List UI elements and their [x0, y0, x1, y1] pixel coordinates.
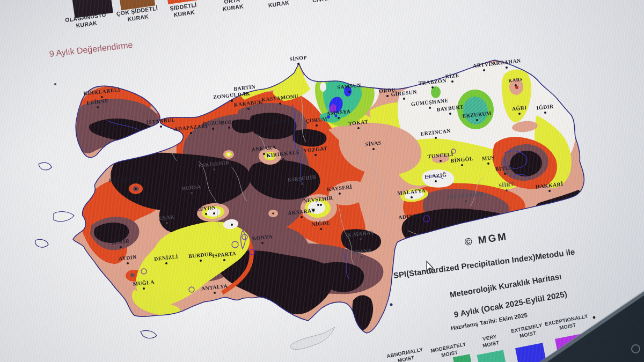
city-dot: [411, 196, 413, 198]
city-dot: [190, 132, 192, 134]
city-dot: [431, 86, 434, 88]
legend-swatch: [477, 350, 507, 362]
city-dot: [301, 183, 303, 185]
city-dot: [483, 69, 485, 71]
city-dot: [504, 173, 506, 175]
city-dot: [435, 180, 437, 182]
city-dot: [212, 128, 214, 130]
city-dot: [160, 125, 162, 128]
city-dot: [386, 95, 389, 97]
city-dot: [213, 168, 215, 171]
city-dot: [413, 220, 415, 223]
city-dot: [223, 259, 225, 261]
city-dot: [244, 92, 246, 94]
city-dot: [476, 119, 478, 121]
legend-swatch: [515, 343, 546, 362]
city-dot: [357, 127, 360, 129]
city-dot: [487, 162, 489, 165]
city-dot: [429, 107, 431, 109]
city-dot: [124, 183, 126, 186]
city-dot: [316, 124, 318, 127]
stray-dot: [54, 83, 56, 85]
city-dot: [435, 137, 437, 139]
city-dot: [515, 84, 517, 86]
city-dot: [247, 108, 250, 110]
city-dot: [143, 287, 145, 290]
city-dot: [261, 242, 264, 244]
city-dot: [279, 102, 281, 105]
turkey-drought-map: KIRKLARELİEDİRNEİSTANBULADAPAZARIDÜZCEBO…: [0, 0, 644, 362]
city-dot: [200, 260, 202, 262]
city-dot: [231, 100, 233, 102]
city-dot: [228, 127, 230, 129]
city-dot: [451, 80, 453, 83]
city-dot: [120, 246, 122, 248]
city-dot: [440, 160, 442, 162]
city-dot: [506, 67, 508, 69]
city-dot: [403, 98, 405, 100]
city-dot: [348, 91, 350, 93]
city-dot: [301, 216, 303, 218]
city-dot: [165, 262, 167, 264]
city-dot: [506, 189, 508, 191]
city-dot: [127, 262, 129, 264]
city-dot: [97, 106, 99, 108]
city-dot: [361, 256, 363, 258]
legend-label: KURAK: [268, 0, 290, 9]
city-dot: [314, 154, 317, 156]
city-dot: [518, 113, 521, 115]
screen-photo: 9 Aylık Değerlendirme: [0, 0, 644, 362]
legend-label: CİVARI: [312, 0, 332, 4]
city-dot: [205, 213, 207, 215]
browser-page: 9 Aylık Değerlendirme: [0, 0, 644, 362]
city-dot: [166, 222, 168, 224]
city-dot: [282, 158, 284, 160]
city-dot: [214, 292, 216, 294]
city-dot: [372, 148, 375, 150]
city-dot: [338, 117, 340, 119]
city-dot: [449, 113, 451, 115]
legend-dry-categories: OLAĞANÜSTÜKURAKÇOK ŞİDDETLİKURAKŞİDDETLİ…: [64, 0, 332, 29]
city-dot: [317, 204, 319, 206]
city-dot: [461, 164, 463, 166]
cyprus-outline: [290, 327, 335, 350]
city-dot: [548, 190, 551, 192]
city-dot: [465, 200, 467, 202]
city-dot: [191, 192, 193, 194]
city-dot: [360, 238, 362, 240]
city-dot: [263, 153, 265, 155]
city-dot: [276, 127, 278, 129]
monitor-logo-icon: [631, 344, 640, 353]
city-label: BARTIN: [233, 84, 256, 92]
city-label: SİNOP: [289, 54, 308, 62]
city-dot: [320, 228, 322, 230]
city-dot: [339, 193, 341, 195]
city-dot: [297, 63, 299, 65]
city-dot: [544, 112, 546, 114]
stray-dot: [593, 316, 596, 319]
